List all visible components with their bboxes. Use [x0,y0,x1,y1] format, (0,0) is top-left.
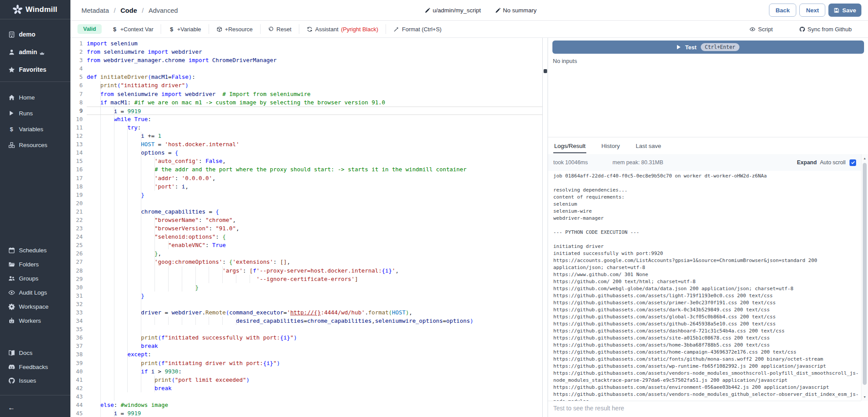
sidebar-item-runs[interactable]: Runs [0,105,70,121]
indent-guide [127,292,128,300]
sidebar-item-demo[interactable]: demo [0,26,70,43]
resource-button[interactable]: +Resource [213,24,257,35]
tab-logs-result[interactable]: Logs/Result [553,139,586,153]
indent-guide [114,359,114,367]
indent-guide [100,409,101,417]
windmill-pinwheel-icon [12,4,23,15]
indent-guide [141,359,141,367]
sidebar-item-workspace[interactable]: Workspace [0,299,70,314]
sidebar-item-schedules[interactable]: Schedules [0,243,70,257]
indent-guide [127,232,128,241]
windmill-logo[interactable]: Windmill [0,0,70,19]
log-line: selenium-wire [553,208,861,215]
no-inputs-text: No inputs [553,58,577,64]
indent-guide [114,241,114,249]
folder-icon [8,261,15,268]
code-editor[interactable]: 1234567891011121314151617181920212223242… [70,38,542,417]
log-line: initiated successfully with port:9920 [553,250,861,257]
line-number: 19 [70,191,83,199]
sidebar-item-favorites[interactable]: Favorites [0,61,70,78]
indent-guide [114,275,114,283]
script-path-edit[interactable]: u/admin/my_script [425,7,481,14]
script-button[interactable]: Script [746,24,776,35]
sidebar-item-workers[interactable]: Workers [0,314,70,328]
expand-button[interactable]: Expand [797,159,817,166]
sidebar-item-label: demo [19,31,35,38]
log-line [553,180,861,187]
indent-guide [114,409,114,417]
sidebar-item-label: Favorites [19,66,46,73]
code-line: HOST = 'host.docker.internal' [87,140,542,148]
sidebar-item-label: Audit Logs [19,289,47,296]
indent-guide [100,325,101,333]
tab-advanced[interactable]: Advanced [148,7,178,14]
indent-guide [141,199,141,207]
indent-guide [127,275,128,283]
sidebar-item-folders[interactable]: Folders [0,257,70,271]
next-button[interactable]: Next [799,4,825,17]
test-button[interactable]: Test Ctrl+Enter [552,41,864,54]
indent-guide [100,123,101,132]
line-number: 36 [70,333,83,342]
log-line: https://github.githubassets.com/assets/w… [553,363,861,370]
tab-metadata[interactable]: Metadata [81,7,109,14]
sidebar-item-admin[interactable]: admin [0,43,70,61]
tab-code[interactable]: Code [121,7,137,14]
save-button[interactable]: Save [828,4,861,17]
indent-guide [114,191,114,199]
autoscroll-checkbox[interactable] [850,159,856,166]
context-var-button[interactable]: $+Context Var [108,24,157,35]
code-line [87,199,542,207]
indent-guide [100,367,101,376]
people-icon [8,275,15,282]
assistant-button[interactable]: Assistant (Pyright Black) [303,24,382,35]
summary-edit[interactable]: No summary [495,7,537,14]
line-number: 18 [70,182,83,191]
vertical-splitter[interactable] [542,38,548,417]
sidebar-item-docs[interactable]: Docs [0,346,70,360]
sidebar-item-feedbacks[interactable]: Feedbacks [0,360,70,374]
code-line [87,392,542,401]
tab-history[interactable]: History [600,139,621,153]
indent-guide [154,241,155,249]
indent-guide [127,191,128,199]
code-line: print("port limit exceeded") [87,376,542,384]
sidebar-item-variables[interactable]: $Variables [0,121,70,137]
log-line: https://github.githubassets.com/assets/g… [553,314,861,321]
logs-scrollbar[interactable]: ▲ ▼ [861,154,868,401]
sidebar-secondary-nav: SchedulesFoldersGroupsAudit LogsWorkspac… [0,243,70,328]
editor-toolbar: Valid $+Context Var$+Variable+ResourceRe… [70,21,868,38]
sidebar-item-home[interactable]: Home [0,89,70,105]
indent-guide [141,132,141,140]
toolbar-right-items: ScriptSync from Github [746,24,856,35]
indent-guide [127,199,128,207]
sidebar-item-groups[interactable]: Groups [0,271,70,285]
sidebar-item-resources[interactable]: Resources [0,137,70,153]
code-line: 'port': i, [87,182,542,191]
log-line: --- PYTHON CODE EXECUTION --- [553,229,861,236]
scrollbar-thumb[interactable] [863,163,867,385]
reset-button[interactable]: Reset [264,24,295,35]
code-line: desired_capabilities=chrome_capabilities… [87,317,542,325]
indent-guide [209,266,209,275]
back-button[interactable]: Back [769,4,796,17]
log-line: https://github.githubassets.com/assets/s… [553,335,861,342]
indent-guide [100,191,101,199]
variable-button[interactable]: $+Variable [165,24,205,35]
sync-from-github-button[interactable]: Sync from Github [795,24,856,35]
indent-guide [154,249,155,258]
log-line: https://github.githubassets.com/assets/v… [553,370,861,384]
sidebar-item-audit-logs[interactable]: Audit Logs [0,285,70,299]
format-ctrl-s-button[interactable]: Format (Ctrl+S) [390,24,445,35]
tab-last-save[interactable]: Last save [635,139,662,153]
scroll-down-arrow[interactable]: ▼ [861,394,868,400]
sidebar-item-issues[interactable]: Issues [0,374,70,388]
building-icon [8,31,15,38]
indent-guide [195,283,196,292]
scroll-up-arrow[interactable]: ▲ [861,155,868,161]
indent-guide [141,148,141,157]
sidebar-collapse-button[interactable]: ← [0,399,70,417]
box-icon [217,26,222,32]
toolbar-separator [299,24,299,34]
line-number: 11 [70,123,83,132]
